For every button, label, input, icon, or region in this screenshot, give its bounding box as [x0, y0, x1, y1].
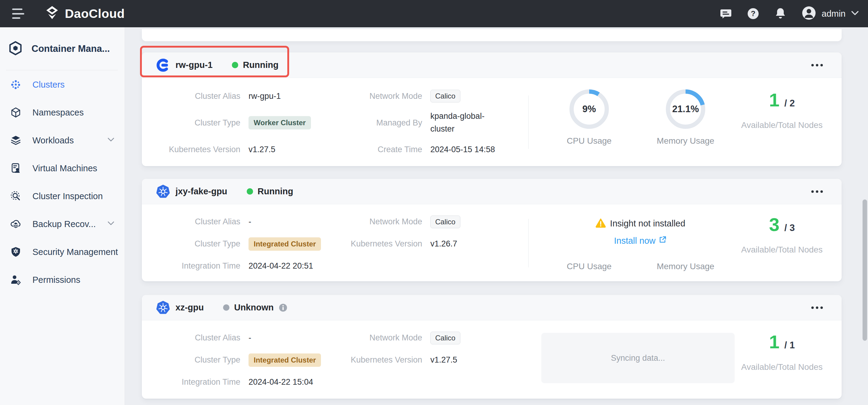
- cluster-card-header: xz-gpu Unknown: [142, 295, 842, 320]
- feedback-chat-icon[interactable]: [720, 7, 732, 20]
- help-icon[interactable]: ?: [747, 7, 759, 20]
- scrollbar-thumb[interactable]: [863, 199, 867, 341]
- sidebar-item-clusters[interactable]: Clusters: [0, 71, 125, 98]
- nodes-summary: 3 / 3 Available/Total Nodes: [734, 215, 830, 255]
- product-switcher[interactable]: Container Mana...: [8, 39, 120, 59]
- network-mode-badge: Calico: [430, 216, 460, 228]
- field-label: Network Mode: [336, 92, 430, 101]
- cluster-card-body: Cluster Alias - Network Mode Calico Clus…: [142, 204, 842, 281]
- total-nodes-count: / 2: [784, 98, 795, 109]
- available-nodes-count: 1: [769, 91, 779, 110]
- field-label: Integration Time: [142, 377, 249, 387]
- backup-recovery-icon: [10, 218, 22, 230]
- field-value: Integrated Cluster: [249, 353, 336, 367]
- custom-cluster-logo-icon: [156, 58, 170, 72]
- field-value: 2024-05-15 14:58: [430, 145, 528, 154]
- sidebar-item-workloads[interactable]: Workloads: [0, 126, 125, 154]
- sidebar-item-backup-recovery[interactable]: Backup Recov...: [0, 210, 125, 238]
- brand-logo[interactable]: DaoCloud: [44, 5, 125, 22]
- product-title: Container Mana...: [32, 43, 110, 54]
- status-dot-running: [247, 188, 253, 195]
- field-value: Calico: [430, 90, 528, 102]
- field-value: 2024-04-22 15:04: [249, 377, 336, 387]
- cluster-name[interactable]: xz-gpu: [176, 303, 204, 313]
- available-nodes-count: 3: [769, 215, 779, 234]
- field-label: Kubernetes Version: [336, 239, 430, 249]
- sidebar-item-cluster-inspection[interactable]: Cluster Inspection: [0, 182, 125, 210]
- status-dot-unknown: [223, 304, 229, 311]
- sidebar-item-security-management[interactable]: Security Management: [0, 238, 125, 266]
- cluster-details: Cluster Alias rw-gpu-1 Network Mode Cali…: [142, 78, 528, 163]
- field-value: Integrated Cluster: [249, 237, 336, 251]
- cluster-type-badge: Integrated Cluster: [249, 237, 321, 251]
- field-label: Integration Time: [142, 261, 249, 271]
- insight-not-installed: Insight not installed Install now: [559, 218, 722, 246]
- cluster-card-body: Cluster Alias - Network Mode Calico Clus…: [142, 320, 842, 398]
- app-root: DaoCloud ?: [0, 0, 868, 405]
- clusters-icon: [10, 79, 22, 90]
- chevron-down-icon: [851, 10, 859, 17]
- user-menu[interactable]: admin: [802, 6, 859, 22]
- field-value: 2024-04-22 20:51: [249, 261, 336, 271]
- cluster-card-jxy-fake-gpu: jxy-fake-gpu Running Cluster Alias - Net…: [142, 179, 842, 281]
- cluster-metrics: 9% CPU Usage 21.1% Memory Usage: [528, 78, 842, 166]
- field-value: -: [249, 217, 336, 226]
- cluster-card-header: rw-gpu-1 Running: [142, 53, 842, 78]
- field-label: Cluster Type: [142, 239, 249, 249]
- cluster-status: Unknown: [223, 303, 274, 313]
- total-nodes-count: / 1: [784, 340, 795, 351]
- more-actions-button[interactable]: [808, 304, 826, 312]
- sidebar-item-permissions[interactable]: Permissions: [0, 266, 125, 294]
- field-label: Kubernetes Version: [142, 145, 249, 154]
- permissions-icon: [10, 274, 22, 286]
- status-dot-running: [232, 62, 238, 68]
- field-value: v1.27.5: [430, 355, 528, 365]
- sidebar-item-namespaces[interactable]: Namespaces: [0, 98, 125, 126]
- virtual-machines-icon: [10, 162, 22, 174]
- field-label: Cluster Type: [142, 355, 249, 365]
- sidebar: Container Mana... Clusters: [0, 27, 125, 405]
- info-icon[interactable]: [279, 303, 288, 312]
- cluster-metrics: Syncing data... 1 / 1 Available/Total No…: [528, 320, 842, 398]
- avatar: [802, 6, 816, 22]
- field-label: Cluster Alias: [142, 333, 249, 343]
- warning-icon: [595, 218, 606, 229]
- security-management-icon: [10, 246, 22, 258]
- more-actions-button[interactable]: [808, 187, 826, 196]
- field-label: Network Mode: [336, 217, 430, 226]
- field-value: kpanda-global-cluster: [430, 110, 505, 135]
- notifications-bell-icon[interactable]: [774, 7, 786, 20]
- topbar: DaoCloud ?: [0, 0, 868, 27]
- cluster-inspection-icon: [10, 190, 22, 202]
- svg-text:?: ?: [751, 9, 755, 18]
- cluster-status: Running: [232, 60, 279, 70]
- field-value: v1.27.5: [249, 145, 336, 154]
- field-value: v1.26.7: [430, 239, 528, 249]
- field-label: Cluster Alias: [142, 217, 249, 226]
- cluster-metrics: Insight not installed Install now: [528, 204, 842, 281]
- memory-usage-caption: Memory Usage: [646, 261, 725, 271]
- more-actions-button[interactable]: [808, 61, 826, 69]
- field-value: Worker Cluster: [249, 116, 336, 129]
- cluster-card-rw-gpu-1: rw-gpu-1 Running Cluster Alias rw-gpu-1 …: [142, 53, 842, 166]
- daocloud-logo-icon: [44, 5, 60, 22]
- previous-card-partial: [142, 29, 842, 41]
- network-mode-badge: Calico: [430, 90, 460, 102]
- sidebar-item-virtual-machines[interactable]: Virtual Machines: [0, 154, 125, 182]
- topbar-actions: ? admin: [720, 0, 859, 27]
- nodes-summary: 1 / 2 Available/Total Nodes: [734, 91, 830, 130]
- cluster-name[interactable]: jxy-fake-gpu: [176, 186, 227, 196]
- field-label: Cluster Type: [142, 118, 249, 128]
- field-value: Calico: [430, 216, 528, 228]
- hamburger-menu-icon[interactable]: [12, 8, 26, 19]
- cpu-usage-gauge: 9% CPU Usage: [549, 89, 629, 146]
- kubernetes-icon: [156, 185, 170, 198]
- user-name: admin: [822, 9, 845, 19]
- namespaces-icon: [10, 107, 22, 118]
- workloads-icon: [10, 134, 22, 146]
- kubernetes-icon: [156, 301, 170, 315]
- external-link-icon: [658, 236, 667, 246]
- nodes-summary: 1 / 1 Available/Total Nodes: [734, 333, 830, 372]
- install-now-link[interactable]: Install now: [559, 236, 722, 246]
- cluster-name[interactable]: rw-gpu-1: [176, 60, 213, 70]
